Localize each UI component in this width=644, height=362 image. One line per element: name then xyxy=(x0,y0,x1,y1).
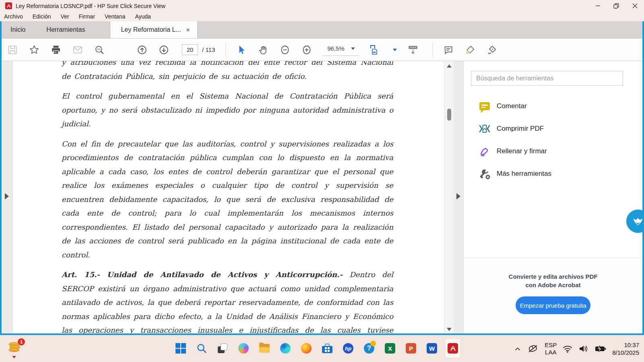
close-window-button[interactable] xyxy=(625,0,644,12)
system-tray: ESP LAA 10:37 8/10/2025 xyxy=(514,335,644,362)
menu-archivo[interactable]: Archivo xyxy=(4,13,23,20)
volume-icon[interactable] xyxy=(578,344,589,353)
toolbar-divider xyxy=(225,43,226,57)
tool-comentar[interactable]: Comentar xyxy=(464,95,642,117)
tool-comprimir-pdf[interactable]: Comprimir PDF xyxy=(464,117,642,140)
tab-close-icon[interactable]: ✕ xyxy=(184,26,192,34)
store-icon xyxy=(322,343,332,353)
desktop-screen: Ley Reformatoria LOSNCP.pdf - HP Sure Cl… xyxy=(0,0,644,362)
tray-chevron-up-icon[interactable] xyxy=(514,345,521,352)
tray-time: 10:37 xyxy=(612,341,639,349)
tray-date: 8/10/2025 xyxy=(612,349,639,356)
taskbar-search-button[interactable] xyxy=(194,338,210,358)
windows-logo-icon xyxy=(175,343,186,354)
fit-width-dropdown-icon[interactable] xyxy=(393,49,397,51)
paragraph: Con el fin de precautelar que las audito… xyxy=(62,137,393,262)
tool-mas-herramientas[interactable]: Más herramientas xyxy=(464,162,642,185)
menu-edicion[interactable]: Edición xyxy=(33,13,51,20)
menu-ayuda[interactable]: Ayuda xyxy=(135,13,151,20)
firefox-button[interactable] xyxy=(298,338,314,358)
help-icon: ? xyxy=(364,343,374,354)
star-button[interactable] xyxy=(29,45,39,55)
zoom-out-button[interactable] xyxy=(280,45,290,55)
page-number-input[interactable] xyxy=(182,44,198,55)
scrollbar-thumb[interactable] xyxy=(447,109,451,121)
powerpoint-icon: P xyxy=(406,343,416,354)
scroll-down-icon[interactable] xyxy=(447,328,452,331)
widgets-coins-icon[interactable]: 1 xyxy=(8,340,24,358)
task-view-button[interactable] xyxy=(215,338,231,358)
fill-sign-tool-button[interactable] xyxy=(487,45,497,55)
zoom-in-button[interactable] xyxy=(301,45,312,55)
save-button[interactable] xyxy=(7,45,18,55)
right-panel-strip xyxy=(454,61,464,333)
open-left-panel-icon[interactable] xyxy=(5,193,9,200)
compress-pdf-icon xyxy=(478,122,491,135)
help-app-button[interactable]: ? xyxy=(361,338,377,358)
chevron-down-icon xyxy=(351,47,355,50)
file-explorer-button[interactable] xyxy=(256,338,272,358)
previous-page-button[interactable] xyxy=(137,45,147,55)
powerpoint-button[interactable]: P xyxy=(403,338,419,358)
menu-ventana[interactable]: Ventana xyxy=(105,13,125,20)
fit-width-button[interactable] xyxy=(368,45,382,55)
secure-border-right xyxy=(642,21,644,335)
zoom-level-value: 96,5% xyxy=(327,45,345,52)
tab-bar: Inicio Herramientas Ley Reformatoria L..… xyxy=(0,21,644,39)
word-button[interactable]: W xyxy=(424,338,440,358)
scroll-up-icon[interactable] xyxy=(447,64,452,68)
page-scrolling-button[interactable] xyxy=(407,45,419,55)
tools-list: Comentar Comprimir PDF Rellenar y firmar… xyxy=(464,95,642,185)
taskbar: 1 xyxy=(0,335,644,362)
touchpad-disabled-icon[interactable] xyxy=(527,343,539,354)
language-indicator[interactable]: ESP LAA xyxy=(545,341,557,356)
excel-button[interactable]: X xyxy=(382,338,398,358)
acrobat-promo: Convierte y edita archivos PDF con Adobe… xyxy=(464,257,642,333)
microsoft-store-button[interactable] xyxy=(319,338,335,358)
tools-search-input[interactable] xyxy=(471,71,623,86)
left-panel-strip xyxy=(2,61,13,333)
select-tool-button[interactable] xyxy=(236,45,247,55)
vertical-scrollbar[interactable] xyxy=(444,61,454,333)
wifi-icon[interactable] xyxy=(562,344,573,353)
minimize-button[interactable] xyxy=(588,0,607,12)
tool-rellenar-firmar[interactable]: Rellenar y firmar xyxy=(464,140,642,162)
chevron-down-icon xyxy=(12,356,16,358)
clock[interactable]: 10:37 8/10/2025 xyxy=(612,341,639,356)
tab-herramientas[interactable]: Herramientas xyxy=(36,21,95,38)
email-button[interactable] xyxy=(72,45,83,55)
hp-logo-icon: hp xyxy=(343,343,353,354)
start-free-trial-button[interactable]: Empezar prueba gratuita xyxy=(516,296,590,314)
print-button[interactable] xyxy=(51,45,61,55)
acrobat-button-active[interactable] xyxy=(445,338,461,358)
zoom-level-dropdown[interactable]: 96,5% xyxy=(323,43,359,56)
menu-bar: Archivo Edición Ver Firmar Ventana Ayuda xyxy=(0,12,644,21)
hp-app-button[interactable]: hp xyxy=(340,338,356,358)
paragraph: y atribuciones una vez recibida la notif… xyxy=(62,61,393,83)
restore-button[interactable] xyxy=(607,0,625,12)
paragraph-art-15: Art. 15.- Unidad de Antilavado de Activo… xyxy=(62,268,393,333)
comment-tool-button[interactable] xyxy=(443,45,454,55)
edge-button[interactable] xyxy=(277,338,293,358)
tab-inicio[interactable]: Inicio xyxy=(0,21,36,38)
comment-icon xyxy=(478,100,491,113)
document-page[interactable]: y atribuciones una vez recibida la notif… xyxy=(13,61,444,333)
toolbar: / 113 96,5% xyxy=(0,39,644,61)
title-bar: Ley Reformatoria LOSNCP.pdf - HP Sure Cl… xyxy=(0,0,644,12)
tab-document[interactable]: Ley Reformatoria L... ✕ xyxy=(110,21,198,38)
acrobat-pdf-icon xyxy=(5,2,12,9)
menu-firmar[interactable]: Firmar xyxy=(79,13,95,20)
battery-icon[interactable] xyxy=(594,345,607,353)
firefox-icon xyxy=(301,343,312,354)
highlight-tool-button[interactable] xyxy=(465,45,475,55)
expand-tools-panel-icon[interactable] xyxy=(456,193,460,200)
search-tool-icon[interactable] xyxy=(94,45,105,55)
secure-border-left xyxy=(0,21,2,335)
start-button[interactable] xyxy=(173,338,189,358)
copilot-button[interactable] xyxy=(235,338,252,358)
search-icon xyxy=(196,343,207,354)
hand-tool-button[interactable] xyxy=(258,45,268,55)
menu-ver[interactable]: Ver xyxy=(61,13,69,20)
next-page-button[interactable] xyxy=(159,45,169,55)
secure-border-bottom xyxy=(0,333,644,335)
